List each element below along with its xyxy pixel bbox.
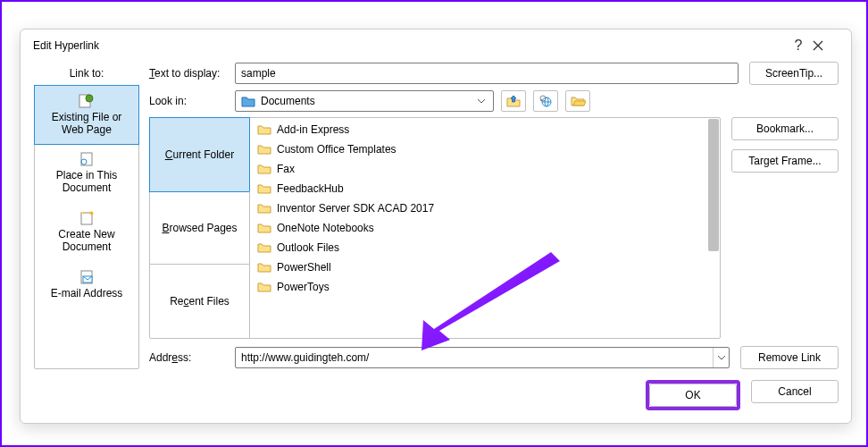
file-name: Add-in Express (277, 123, 349, 136)
browser-tabs: Current Folder Browsed Pages Recent File… (150, 118, 250, 338)
folder-icon (257, 202, 271, 215)
link-to-existing-file[interactable]: Existing File or Web Page (34, 85, 139, 145)
list-item[interactable]: PowerToys (250, 277, 707, 297)
folder-icon (257, 182, 271, 195)
file-name: Outlook Files (277, 241, 339, 254)
tab-recent-files[interactable]: Recent Files (150, 265, 250, 338)
up-folder-button[interactable] (501, 90, 526, 112)
folder-icon (257, 222, 271, 234)
text-to-display-label: Text to display: (149, 67, 235, 80)
browse-file-button[interactable] (565, 90, 590, 112)
browse-web-icon (538, 94, 554, 108)
link-to-email[interactable]: E-mail Address (35, 262, 138, 308)
file-list-inner: Add-in ExpressCustom Office TemplatesFax… (250, 118, 707, 299)
globe-page-icon (79, 94, 95, 108)
close-button[interactable] (812, 39, 839, 52)
right-button-column: Bookmark... Target Frame... (731, 117, 839, 339)
bookmark-button[interactable]: Bookmark... (731, 117, 839, 140)
email-icon (79, 270, 95, 284)
remove-link-button[interactable]: Remove Link (740, 346, 839, 369)
list-item[interactable]: Fax (250, 159, 707, 179)
text-to-display-row: Text to display: ScreenTip... (149, 62, 839, 85)
link-to-item-label-l2: Web Page (62, 123, 112, 136)
list-item[interactable]: OneNote Notebooks (250, 218, 707, 238)
up-folder-icon (505, 94, 522, 108)
new-doc-icon (79, 211, 95, 225)
svg-point-1 (86, 95, 93, 102)
scrollbar-thumb[interactable] (708, 119, 719, 251)
open-folder-icon (570, 94, 586, 108)
address-input[interactable] (236, 350, 713, 366)
file-name: Fax (277, 163, 295, 175)
address-label: Address: (149, 351, 235, 364)
address-chevron-down-icon[interactable] (713, 348, 729, 367)
dialog-body: Link to: Existing File or Web Page Place… (21, 62, 851, 423)
list-item[interactable]: FeedbackHub (250, 179, 707, 198)
titlebar: Edit Hyperlink ? (21, 30, 851, 62)
file-name: Inventor Server SDK ACAD 2017 (277, 202, 434, 215)
target-frame-button[interactable]: Target Frame... (731, 149, 839, 173)
tab-current-folder[interactable]: Current Folder (149, 117, 250, 192)
list-item[interactable]: Inventor Server SDK ACAD 2017 (250, 198, 707, 218)
look-in-select[interactable]: Documents (235, 90, 494, 112)
link-to-column: Link to: Existing File or Web Page Place… (33, 62, 140, 369)
file-name: Custom Office Templates (277, 143, 396, 156)
chevron-down-icon (473, 98, 489, 104)
address-row: Address: Remove Link (149, 346, 839, 369)
folder-icon (257, 261, 271, 274)
address-field[interactable] (235, 347, 730, 368)
cancel-button[interactable]: Cancel (751, 380, 839, 403)
link-to-item-label-l1: E-mail Address (51, 287, 123, 299)
look-in-value: Documents (261, 95, 315, 107)
ok-button[interactable]: OK (649, 384, 737, 407)
link-to-item-label-l1: Create New (58, 228, 114, 240)
text-to-display-input[interactable] (235, 63, 739, 84)
link-to-item-label-l2: Document (63, 240, 112, 253)
look-in-row: Look in: Documents (149, 90, 839, 112)
link-to-create-new[interactable]: Create New Document (35, 203, 138, 262)
link-to-box: Existing File or Web Page Place in This … (34, 85, 139, 369)
folder-icon (257, 123, 271, 136)
look-in-label: Look in: (149, 95, 235, 107)
place-in-doc-icon (79, 152, 95, 166)
link-to-item-label-l1: Place in This (56, 169, 117, 181)
tab-browsed-pages[interactable]: Browsed Pages (150, 191, 250, 266)
ok-highlight: OK (646, 380, 740, 410)
list-item[interactable]: Outlook Files (250, 238, 707, 257)
list-item[interactable]: Add-in Express (250, 120, 707, 139)
screentip-button[interactable]: ScreenTip... (749, 62, 839, 85)
folder-icon (257, 163, 271, 175)
folder-icon (257, 241, 271, 254)
list-item[interactable]: Custom Office Templates (250, 139, 707, 159)
list-item[interactable]: PowerShell (250, 257, 707, 277)
folder-blue-icon (241, 95, 255, 107)
browse-web-button[interactable] (533, 90, 558, 112)
link-to-item-label-l1: Existing File or (52, 111, 122, 123)
folder-icon (257, 143, 271, 156)
file-name: FeedbackHub (277, 182, 344, 195)
link-to-place-in-doc[interactable]: Place in This Document (35, 144, 138, 203)
file-name: OneNote Notebooks (277, 222, 374, 234)
close-icon (812, 39, 824, 52)
folder-icon (257, 281, 271, 293)
footer-buttons: OK Cancel (646, 380, 839, 410)
main-area: Text to display: ScreenTip... Look in: D… (149, 62, 839, 369)
file-name: PowerShell (277, 261, 331, 274)
link-to-item-label-l2: Document (63, 181, 112, 194)
help-button[interactable]: ? (785, 38, 812, 54)
link-to-label: Link to: (70, 62, 104, 85)
file-name: PowerToys (277, 281, 330, 293)
file-browser: Current Folder Browsed Pages Recent File… (149, 117, 721, 339)
file-list[interactable]: Add-in ExpressCustom Office TemplatesFax… (250, 118, 720, 338)
dialog-title: Edit Hyperlink (33, 39, 785, 52)
edit-hyperlink-dialog: Edit Hyperlink ? Link to: Existing File … (20, 29, 852, 424)
